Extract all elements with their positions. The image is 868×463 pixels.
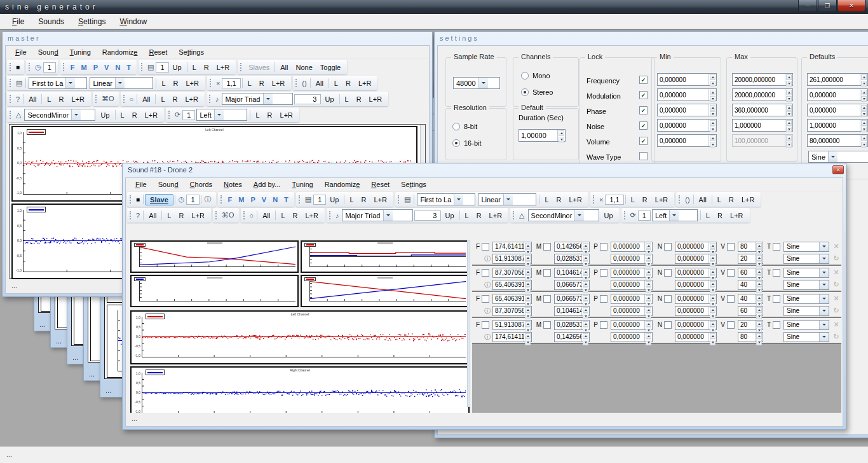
toolbar-grip[interactable] xyxy=(299,195,301,204)
frequency-end-spinner[interactable]: 51,913087 xyxy=(492,254,532,264)
settings-titlebar[interactable]: settings xyxy=(435,32,868,45)
toolbar-grip[interactable] xyxy=(513,211,515,219)
lock-frequency-checkbox[interactable]: ✔ xyxy=(639,76,648,84)
menu-file[interactable]: File xyxy=(10,46,32,58)
chord-combobox[interactable]: Major Triad xyxy=(342,209,413,221)
frequency-spinner[interactable]: 87,307058 xyxy=(492,268,532,278)
default-modulation-spinner[interactable]: 0,000000 xyxy=(807,88,868,101)
menu-settings[interactable]: Settings xyxy=(395,179,432,190)
phase-spinner[interactable]: 0,000000 xyxy=(611,242,653,252)
phase-end-spinner[interactable]: 0,000000 xyxy=(611,280,653,290)
levels-icon[interactable]: ▤ xyxy=(402,195,412,204)
none-button[interactable]: None xyxy=(292,62,316,73)
lock-volume-checkbox[interactable]: ✔ xyxy=(639,137,648,145)
f-lock-checkbox[interactable] xyxy=(482,243,489,251)
phase-spinner[interactable]: 0,000000 xyxy=(611,294,653,304)
wave-type-end-combobox[interactable]: Sine xyxy=(783,280,829,290)
f-lock-checkbox[interactable] xyxy=(482,269,489,277)
v-lock-checkbox[interactable] xyxy=(727,243,735,251)
mono-radio[interactable]: Mono xyxy=(521,72,550,79)
lr-button[interactable]: L+R xyxy=(485,211,506,221)
r-button[interactable]: R xyxy=(639,195,651,205)
max-modulation-spinner[interactable]: 20000,000000 xyxy=(732,88,793,101)
r-button[interactable]: R xyxy=(553,195,566,205)
l-button[interactable]: L xyxy=(189,62,200,73)
f-lock-checkbox[interactable] xyxy=(482,295,489,303)
chevron-down-icon[interactable] xyxy=(828,151,837,162)
max-noise-spinner[interactable]: 1,000000 xyxy=(732,119,793,132)
phase-end-spinner[interactable]: 0,000000 xyxy=(611,306,653,316)
f-lock-checkbox[interactable] xyxy=(482,321,489,329)
t-lock-checkbox[interactable] xyxy=(773,321,780,329)
toolbar-grip[interactable] xyxy=(10,111,11,119)
clock-icon[interactable]: ◷ xyxy=(33,62,43,72)
menu-sound[interactable]: Sound xyxy=(153,179,184,190)
t-button[interactable]: T xyxy=(281,195,292,205)
toolbar-grip[interactable] xyxy=(95,95,97,103)
l-button[interactable]: L xyxy=(541,195,552,205)
n-lock-checkbox[interactable] xyxy=(664,321,672,329)
min-noise-spinner[interactable]: 0,000000 xyxy=(657,119,717,132)
noise-end-spinner[interactable]: 0,000000 xyxy=(675,280,717,290)
chevron-down-icon[interactable] xyxy=(65,78,75,88)
menu-randomize[interactable]: Randomize xyxy=(97,46,144,58)
wave-type-combobox[interactable]: Sine xyxy=(783,294,829,304)
p-lock-checkbox[interactable] xyxy=(600,269,607,277)
frequency-spinner[interactable]: 174,61411 xyxy=(492,242,532,252)
n-lock-checkbox[interactable] xyxy=(664,243,672,251)
chevron-down-icon[interactable] xyxy=(819,294,829,303)
l-button[interactable]: L xyxy=(158,78,169,88)
r-button[interactable]: R xyxy=(200,62,213,73)
levels-icon[interactable]: ▤ xyxy=(14,78,24,88)
r-button[interactable]: R xyxy=(289,211,302,221)
m-button[interactable]: M xyxy=(78,62,90,73)
toolbar-grip[interactable] xyxy=(130,211,132,219)
frequency-end-spinner[interactable]: 174,61411 xyxy=(492,332,532,342)
lr-button[interactable]: L+R xyxy=(276,110,297,120)
toolbar-grip[interactable] xyxy=(398,195,400,204)
modulation-end-spinner[interactable]: 0,142656 xyxy=(554,332,590,342)
min-volume-spinner[interactable]: 0,000000 xyxy=(657,134,717,147)
range-combobox[interactable]: First to La xyxy=(417,193,475,205)
lr-button[interactable]: L+R xyxy=(182,78,203,88)
wave-type-combobox[interactable]: Sine xyxy=(783,268,829,278)
toolbar-grip[interactable] xyxy=(624,211,626,219)
f-button[interactable]: F xyxy=(67,62,78,73)
rotate-direction-combobox[interactable]: Left xyxy=(196,109,247,121)
multiply-icon[interactable]: × xyxy=(597,195,605,204)
count-field[interactable]: 1 xyxy=(43,62,56,73)
menu-sound[interactable]: Sound xyxy=(32,46,64,58)
noise-spinner[interactable]: 0,000000 xyxy=(675,268,717,278)
default-volume-spinner[interactable]: 80,000000 xyxy=(807,134,868,147)
menu-tuning[interactable]: Tuning xyxy=(64,46,97,58)
up-button[interactable]: Up xyxy=(169,62,186,73)
menu-window[interactable]: Window xyxy=(112,15,154,29)
r-button[interactable]: R xyxy=(725,195,738,205)
question-icon[interactable]: ? xyxy=(14,95,22,104)
noise-spinner[interactable]: 0,000000 xyxy=(675,242,717,252)
slave-toggle-button[interactable]: Slave xyxy=(145,194,173,205)
sound-titlebar[interactable]: Sound #18 - Drone 2 ✕ xyxy=(123,163,846,176)
pane-divider[interactable] xyxy=(467,240,470,407)
menu-sounds[interactable]: Sounds xyxy=(31,15,71,29)
chevron-down-icon[interactable] xyxy=(819,254,829,263)
levels-icon[interactable]: ▤ xyxy=(303,195,313,204)
note-icon[interactable]: ♪ xyxy=(334,211,341,220)
modulation-spinner[interactable]: 0,104614 xyxy=(554,268,590,278)
p-button[interactable]: P xyxy=(90,62,101,73)
noise-end-spinner[interactable]: 0,000000 xyxy=(675,254,717,264)
menu-notes[interactable]: Notes xyxy=(218,179,248,190)
all-button[interactable]: All xyxy=(276,62,292,73)
default-frequency-spinner[interactable]: 261,000000 xyxy=(807,73,868,86)
wave-type-end-combobox[interactable]: Sine xyxy=(783,254,829,264)
m-lock-checkbox[interactable] xyxy=(543,295,551,303)
toolbar-grip[interactable] xyxy=(130,195,132,204)
p-button[interactable]: P xyxy=(247,195,258,205)
multiply-field[interactable]: 1,1 xyxy=(222,78,240,88)
v-lock-checkbox[interactable] xyxy=(727,269,735,277)
noise-spinner[interactable]: 0,000000 xyxy=(675,294,717,304)
chevron-down-icon[interactable] xyxy=(819,280,829,289)
r-button[interactable]: R xyxy=(353,94,365,104)
toolbar-grip[interactable] xyxy=(10,63,11,71)
toolbar-grip[interactable] xyxy=(63,63,65,71)
